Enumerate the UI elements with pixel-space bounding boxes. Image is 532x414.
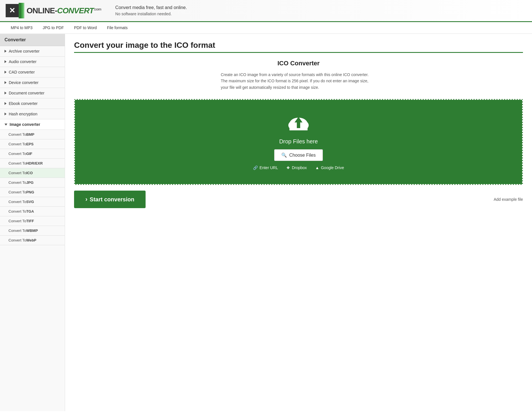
header: ✕ ONLINE-CONVERT.com Convert media free,…	[0, 0, 532, 22]
google-drive-option[interactable]: ▲ Google Drive	[315, 165, 344, 170]
sidebar-title: Converter	[0, 34, 65, 46]
start-conversion-button[interactable]: › Start conversion	[74, 191, 146, 208]
arrow-icon	[5, 113, 7, 115]
arrow-icon	[5, 102, 7, 105]
sidebar-item-device-converter[interactable]: Device converter	[0, 77, 65, 88]
sidebar-item-document-converter[interactable]: Document converter	[0, 88, 65, 98]
upload-icon	[287, 114, 310, 134]
tagline-line1: Convert media free, fast and online.	[115, 4, 187, 11]
sidebar-subitem-webp[interactable]: Convert To WebP	[0, 236, 65, 245]
header-tagline: Convert media free, fast and online. No …	[115, 4, 187, 17]
arrow-icon	[5, 60, 7, 63]
sidebar-subitem-hdr[interactable]: Convert To HDR/EXR	[0, 159, 65, 168]
tagline-line2: No software installation needed.	[115, 11, 187, 17]
page-title: Convert your image to the ICO format	[74, 41, 523, 50]
sidebar-item-cad-converter[interactable]: CAD converter	[0, 67, 65, 77]
drop-text: Drop Files here	[81, 138, 516, 145]
arrow-icon	[5, 81, 7, 84]
sidebar-item-archive-converter[interactable]: Archive converter	[0, 46, 65, 57]
enter-url-option[interactable]: 🔗 Enter URL	[253, 165, 278, 170]
choose-files-button[interactable]: 🔍 Choose Files	[274, 149, 323, 161]
sidebar-item-ebook-converter[interactable]: Ebook converter	[0, 98, 65, 109]
nav-pdf-to-word[interactable]: PDF to Word	[69, 22, 102, 33]
sidebar-item-hash-encryption[interactable]: Hash encryption	[0, 109, 65, 119]
sidebar-subitem-png[interactable]: Convert To PNG	[0, 187, 65, 197]
arrow-down-icon	[5, 124, 7, 126]
sidebar-subitem-gif[interactable]: Convert To GIF	[0, 149, 65, 159]
converter-title: ICO Converter	[74, 60, 523, 67]
sidebar-subitem-jpg[interactable]: Convert To JPG	[0, 178, 65, 187]
chevron-right-icon: ›	[85, 196, 87, 203]
dropbox-icon: ❖	[286, 165, 290, 170]
google-drive-icon: ▲	[315, 165, 319, 170]
sidebar-subitem-tga[interactable]: Convert To TGA	[0, 207, 65, 216]
add-example-link[interactable]: Add example file	[494, 197, 523, 202]
sidebar-item-audio-converter[interactable]: Audio converter	[0, 57, 65, 67]
nav-file-formats[interactable]: File formats	[102, 22, 133, 33]
sidebar-subitem-svg[interactable]: Convert To SVG	[0, 197, 65, 207]
sidebar-subitem-tiff[interactable]: Convert To TIFF	[0, 216, 65, 226]
logo[interactable]: ✕ ONLINE-CONVERT.com	[6, 3, 101, 18]
arrow-icon	[5, 71, 7, 74]
main-layout: Converter Archive converter Audio conver…	[0, 34, 532, 411]
title-underline	[74, 52, 523, 53]
extra-options: 🔗 Enter URL ❖ Dropbox ▲ Google Drive	[81, 165, 516, 170]
converter-description: Create an ICO image from a variety of so…	[221, 72, 376, 90]
sidebar-subitem-wbmp[interactable]: Convert To WBMP	[0, 226, 65, 236]
nav-mp4-to-mp3[interactable]: MP4 to MP3	[6, 22, 38, 33]
arrow-icon	[5, 92, 7, 94]
logo-text: ONLINE-CONVERT.com	[27, 6, 101, 15]
drop-zone[interactable]: Drop Files here 🔍 Choose Files 🔗 Enter U…	[74, 99, 523, 185]
sidebar-item-image-converter[interactable]: Image converter	[0, 119, 65, 130]
sidebar: Converter Archive converter Audio conver…	[0, 34, 65, 411]
arrow-icon	[5, 50, 7, 53]
bottom-bar: › Start conversion Add example file	[74, 191, 523, 208]
nav-jpg-to-pdf[interactable]: JPG to PDF	[38, 22, 69, 33]
link-icon: 🔗	[253, 165, 258, 170]
converter-info: ICO Converter Create an ICO image from a…	[74, 60, 523, 90]
dropbox-option[interactable]: ❖ Dropbox	[286, 165, 307, 170]
sidebar-subitem-eps[interactable]: Convert To EPS	[0, 139, 65, 149]
content-area: Convert your image to the ICO format ICO…	[65, 34, 532, 411]
logo-icon: ✕	[6, 4, 19, 17]
sidebar-subitem-ico[interactable]: Convert To ICO	[0, 168, 65, 178]
search-icon: 🔍	[281, 152, 287, 158]
navbar: MP4 to MP3 JPG to PDF PDF to Word File f…	[0, 22, 532, 34]
sidebar-subitem-bmp[interactable]: Convert To BMP	[0, 130, 65, 139]
